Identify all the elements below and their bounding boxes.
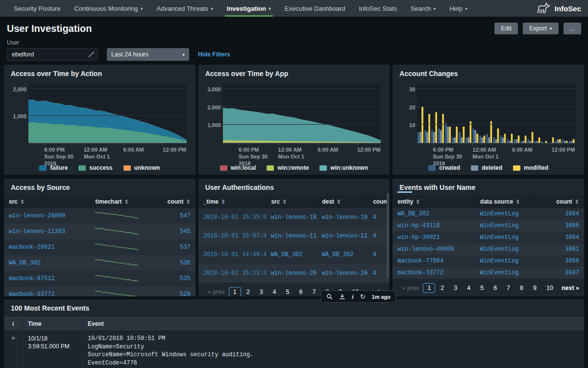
src-cell[interactable]: macbook-87512 bbox=[4, 271, 90, 287]
legend-item-created[interactable]: created bbox=[428, 164, 460, 171]
page-button-1[interactable]: 1 bbox=[423, 283, 435, 293]
count-cell[interactable]: 3866 bbox=[535, 220, 584, 232]
src-cell[interactable]: macbook-28621 bbox=[4, 239, 90, 255]
nav-item-investigation[interactable]: Investigation▾ bbox=[220, 0, 278, 17]
nav-item-help[interactable]: Help▾ bbox=[442, 0, 474, 17]
page-button-5[interactable]: 5 bbox=[282, 287, 294, 296]
count-cell[interactable]: 3884 bbox=[535, 208, 584, 220]
column-header-src[interactable]: src⇕ bbox=[4, 195, 90, 208]
time-cell[interactable]: 2018-10-01 15:07:48 bbox=[198, 227, 266, 245]
time-cell[interactable]: 2018-10-01 15:35:02 bbox=[198, 208, 266, 227]
time-cell[interactable]: 2018-10-01 15:23:31 bbox=[198, 264, 266, 283]
entity-cell[interactable]: win-hp-43118 bbox=[392, 220, 475, 232]
count-cell[interactable]: 3856 bbox=[535, 255, 584, 267]
legend-item-unknown[interactable]: unknown bbox=[123, 164, 160, 171]
legend-item-success[interactable]: success bbox=[78, 164, 112, 171]
page-button-8[interactable]: 8 bbox=[515, 283, 528, 293]
edit-button[interactable]: Edit bbox=[494, 23, 518, 34]
nav-item-infosec-stats[interactable]: InfoSec Stats bbox=[352, 0, 404, 17]
page-button-4[interactable]: 4 bbox=[269, 287, 281, 296]
column-header-entity[interactable]: entity⇕ bbox=[392, 195, 475, 208]
page-button-5[interactable]: 5 bbox=[476, 283, 488, 293]
page-button-2[interactable]: 2 bbox=[436, 283, 448, 293]
data-source-cell[interactable]: WinEventLog bbox=[475, 267, 535, 279]
src-cell[interactable]: win-lenovo-26000 bbox=[266, 264, 317, 283]
time-cell[interactable]: 2018-10-01 14:49:41 bbox=[198, 245, 266, 264]
prev-page-button[interactable]: « prev bbox=[402, 285, 419, 291]
page-button-3[interactable]: 3 bbox=[449, 283, 462, 293]
src-cell[interactable]: macbook-33772 bbox=[4, 287, 90, 296]
src-cell[interactable]: win-lenovo-11363 bbox=[266, 227, 317, 245]
entity-cell[interactable]: macbook-77884 bbox=[392, 255, 475, 267]
data-source-cell[interactable]: WinEventLog bbox=[475, 243, 535, 255]
src-cell[interactable]: WA_DB_302 bbox=[4, 255, 90, 271]
entity-cell[interactable]: win-lenovo-40609 bbox=[392, 243, 475, 255]
count-cell[interactable]: 3864 bbox=[535, 232, 584, 243]
column-header-dest[interactable]: dest⇕ bbox=[317, 195, 368, 208]
legend-item-deleted[interactable]: deleted bbox=[471, 164, 502, 171]
column-header-timechart[interactable]: timechart⇕ bbox=[90, 195, 147, 208]
column-header-data-source[interactable]: data source⇕ bbox=[475, 195, 535, 208]
column-header-src[interactable]: src⇕ bbox=[266, 195, 317, 208]
nav-item-continuous-monitoring[interactable]: Continuous Monitoring▾ bbox=[67, 0, 149, 17]
prev-page-button[interactable]: « prev bbox=[208, 289, 225, 295]
legend-item-modified[interactable]: modified bbox=[513, 164, 548, 171]
legend-item-failure[interactable]: failure bbox=[39, 164, 68, 171]
more-button[interactable]: ... bbox=[564, 23, 581, 34]
entity-cell[interactable]: WA_DB_302 bbox=[392, 208, 475, 220]
data-source-cell[interactable]: WinEventLog bbox=[475, 232, 535, 243]
count-cell[interactable]: 535 bbox=[147, 271, 196, 287]
legend-item-win-remote[interactable]: win:remote bbox=[267, 164, 309, 171]
page-button-4[interactable]: 4 bbox=[463, 283, 475, 293]
export-button[interactable]: Export ▾ bbox=[523, 23, 559, 34]
info-icon[interactable]: i bbox=[352, 293, 354, 301]
page-button-7[interactable]: 7 bbox=[502, 283, 514, 293]
nav-item-security-posture[interactable]: Security Posture bbox=[7, 0, 67, 17]
column-header-count[interactable]: count⇕ bbox=[147, 195, 196, 208]
count-cell[interactable]: 536 bbox=[147, 255, 196, 271]
entity-cell[interactable]: macbook-33772 bbox=[392, 267, 475, 279]
download-icon[interactable] bbox=[339, 293, 345, 300]
count-cell[interactable]: 537 bbox=[147, 239, 196, 255]
page-button-1[interactable]: 1 bbox=[229, 287, 241, 296]
user-filter-input[interactable] bbox=[7, 48, 98, 61]
nav-item-search[interactable]: Search▾ bbox=[404, 0, 442, 17]
page-button-6[interactable]: 6 bbox=[489, 283, 501, 293]
refresh-icon[interactable]: ↻ bbox=[360, 293, 366, 300]
page-button-7[interactable]: 7 bbox=[308, 287, 320, 296]
page-button-6[interactable]: 6 bbox=[294, 287, 307, 296]
data-source-cell[interactable]: WinEventLog bbox=[475, 208, 535, 220]
src-cell[interactable]: WA_DB_302 bbox=[266, 245, 317, 264]
page-button-9[interactable]: 9 bbox=[529, 283, 541, 293]
page-button-10[interactable]: 10 bbox=[542, 283, 558, 293]
dest-cell[interactable]: win-lenovo-18225 bbox=[317, 208, 368, 227]
column-header-count[interactable]: count⇕ bbox=[535, 195, 584, 208]
count-cell[interactable]: 545 bbox=[147, 224, 196, 239]
dest-cell[interactable]: WA_DB_302 bbox=[317, 245, 368, 264]
app-brand[interactable]: InfoSec bbox=[536, 0, 581, 17]
vertical-scrollbar[interactable] bbox=[387, 193, 389, 278]
src-cell[interactable]: win-lenovo-26000 bbox=[4, 208, 90, 224]
legend-item-win-unknown[interactable]: win:unknown bbox=[319, 164, 368, 171]
time-range-dropdown[interactable]: Last 24 hours ▾ bbox=[107, 48, 189, 61]
wand-icon[interactable] bbox=[88, 51, 95, 60]
page-button-3[interactable]: 3 bbox=[255, 287, 268, 296]
next-page-button[interactable]: next » bbox=[562, 285, 579, 291]
dest-cell[interactable]: win-lenovo-11363 bbox=[317, 227, 368, 245]
expand-row-icon[interactable]: > bbox=[4, 331, 23, 368]
src-cell[interactable]: win-lenovo-18225 bbox=[266, 208, 317, 227]
src-cell[interactable]: win-lenovo-11363 bbox=[4, 224, 90, 239]
column-header-time[interactable]: _time⇕ bbox=[198, 195, 266, 208]
data-source-cell[interactable]: WinEventLog bbox=[475, 220, 535, 232]
entity-cell[interactable]: win-hp-30021 bbox=[392, 232, 475, 243]
count-cell[interactable]: 547 bbox=[147, 208, 196, 224]
count-cell[interactable]: 3847 bbox=[535, 267, 584, 279]
count-cell[interactable]: 528 bbox=[147, 287, 196, 296]
dest-cell[interactable]: win-lenovo-26000 bbox=[317, 264, 368, 283]
data-source-cell[interactable]: WinEventLog bbox=[475, 255, 535, 267]
count-cell[interactable]: 3861 bbox=[535, 243, 584, 255]
nav-item-executive-dashboard[interactable]: Executive Dashboard bbox=[278, 0, 352, 17]
nav-item-advanced-threats[interactable]: Advanced Threats▾ bbox=[149, 0, 220, 17]
page-button-2[interactable]: 2 bbox=[242, 287, 254, 296]
hide-filters-link[interactable]: Hide Filters bbox=[198, 51, 230, 58]
